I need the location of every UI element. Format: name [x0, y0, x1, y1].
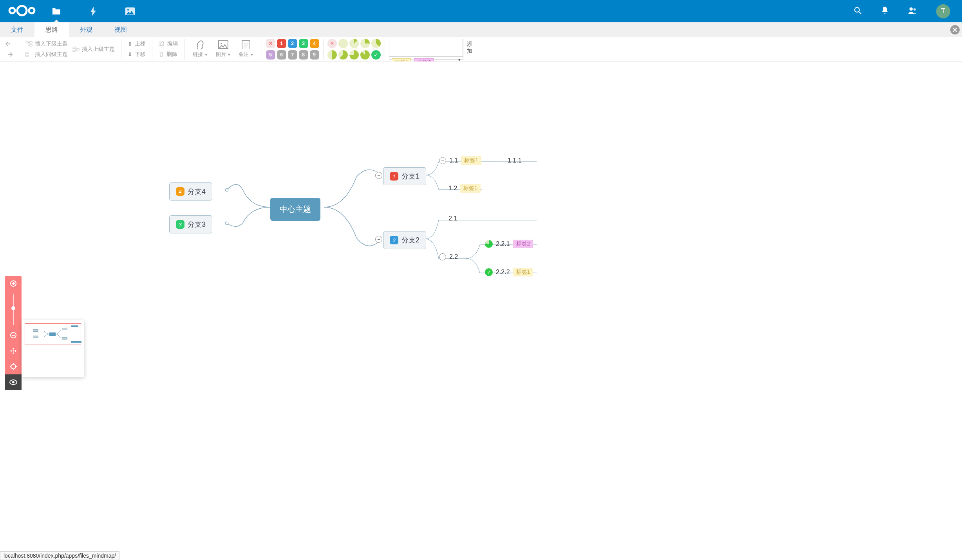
editor-tabs: 文件 思路 外观 视图 — [0, 22, 962, 37]
delete-button[interactable]: 删除 — [156, 50, 181, 59]
svg-point-1 — [9, 8, 15, 13]
priority-2-icon: 2 — [390, 236, 398, 244]
priority-4-button[interactable]: 4 — [310, 39, 319, 48]
priority-7-button[interactable]: 7 — [288, 50, 297, 60]
node-1-1[interactable]: − 1.1 标签1 — [439, 156, 481, 165]
insert-child-button[interactable]: 插入下级主题 — [23, 39, 70, 49]
insert-sibling-button[interactable]: 插入同级主题 — [23, 50, 70, 59]
progress-50-button[interactable] — [327, 50, 337, 60]
avatar[interactable]: T — [936, 4, 950, 18]
progress-62-button[interactable] — [338, 50, 348, 60]
search-icon[interactable] — [854, 7, 862, 16]
progress-25-button[interactable] — [360, 39, 370, 48]
node-2-2-2[interactable]: ✓ 2.2.2 标签1 — [485, 268, 533, 276]
progress-37-button[interactable] — [371, 39, 381, 48]
move-down-button[interactable]: ⬇下移 — [125, 50, 148, 59]
progress-100-icon: ✓ — [485, 268, 493, 276]
priority-3-icon: 3 — [176, 220, 184, 229]
zoom-out-button[interactable] — [5, 327, 22, 343]
svg-point-19 — [221, 43, 222, 44]
svg-rect-16 — [73, 50, 75, 52]
contacts-icon[interactable] — [908, 7, 917, 16]
zoom-in-button[interactable] — [5, 276, 22, 291]
progress-12-button[interactable] — [349, 39, 359, 48]
progress-clear-button[interactable]: ✕ — [327, 39, 337, 48]
node-branch1[interactable]: 1 分支1 — [383, 167, 426, 185]
node-1-1-1[interactable]: 1.1.1 — [508, 157, 522, 164]
priority-6-button[interactable]: 6 — [277, 50, 286, 60]
notifications-icon[interactable] — [881, 7, 888, 16]
svg-point-24 — [225, 188, 228, 191]
files-icon[interactable] — [52, 7, 61, 16]
move-up-button[interactable]: ⬆上移 — [125, 39, 148, 49]
priority-clear-button[interactable]: ✕ — [266, 39, 275, 48]
node-2-1[interactable]: 2.1 — [448, 215, 457, 222]
mindmap-canvas[interactable]: 中心主题 4 分支4 3 分支3 1 分支1 − 2 分支2 − − 1.1 标… — [0, 61, 962, 560]
ribbon-toolbar: 插入下级主题 插入同级主题 插入上级主题 ⬆上移 ⬇下移 编辑 删除 链接 ▼ … — [0, 37, 962, 61]
progress-0-button[interactable] — [338, 39, 348, 48]
progress-100-button[interactable]: ✓ — [371, 50, 381, 60]
svg-rect-11 — [30, 45, 32, 46]
insert-parent-button[interactable]: 插入上级主题 — [70, 45, 117, 54]
header-right: T — [854, 4, 958, 18]
priority-2-button[interactable]: 2 — [288, 39, 297, 48]
svg-line-6 — [859, 12, 861, 14]
minimap-viewport[interactable] — [25, 323, 81, 345]
chevron-down-icon: ▼ — [227, 53, 231, 57]
node-2-2[interactable]: − 2.2 — [439, 253, 458, 260]
priority-8-button[interactable]: 8 — [299, 50, 308, 60]
note-button[interactable]: 备注 ▼ — [235, 39, 258, 60]
priority-1-button[interactable]: 1 — [277, 39, 286, 48]
tag-label: 标签1 — [461, 156, 481, 165]
node-2-2-1[interactable]: 2.2.1 标签2 — [485, 240, 533, 248]
redo-button[interactable] — [3, 51, 15, 58]
priority-row-2: 5 6 7 8 9 — [266, 50, 319, 60]
link-button[interactable]: 链接 ▼ — [189, 39, 212, 60]
tag-input[interactable] — [389, 39, 463, 56]
note-icon — [241, 40, 251, 49]
priority-row-1: ✕ 1 2 3 4 — [266, 39, 319, 48]
svg-rect-10 — [30, 42, 32, 43]
collapse-toggle[interactable]: − — [375, 172, 382, 179]
tag-add-button[interactable]: 添加 — [463, 39, 476, 56]
progress-75-button[interactable] — [349, 50, 359, 60]
tab-mind[interactable]: 思路 — [34, 22, 69, 37]
svg-rect-15 — [73, 47, 75, 49]
image-button[interactable]: 图片 ▼ — [212, 39, 235, 60]
close-icon[interactable] — [950, 25, 960, 34]
tab-file[interactable]: 文件 — [0, 22, 34, 37]
collapse-toggle[interactable]: − — [375, 236, 382, 243]
zoom-slider[interactable] — [5, 291, 22, 327]
tag-label: 标签1 — [513, 268, 533, 276]
node-root[interactable]: 中心主题 — [270, 198, 320, 221]
priority-5-button[interactable]: 5 — [266, 50, 275, 60]
node-branch2[interactable]: 2 分支2 — [383, 231, 426, 249]
tag-panel: 添加 标签1 标签2 ▼ — [389, 39, 463, 60]
edit-button[interactable]: 编辑 — [156, 39, 181, 49]
node-1-2[interactable]: 1.2 标签1 — [448, 184, 481, 193]
locate-button[interactable] — [5, 359, 22, 374]
svg-point-7 — [910, 7, 913, 11]
header-nav — [52, 7, 135, 16]
move-button[interactable] — [5, 343, 22, 359]
undo-button[interactable] — [3, 40, 15, 48]
tag-label: 标签2 — [513, 240, 533, 248]
priority-3-button[interactable]: 3 — [299, 39, 308, 48]
image-icon — [218, 40, 228, 49]
progress-87-button[interactable] — [360, 50, 370, 60]
nextcloud-logo-icon[interactable] — [8, 4, 36, 19]
priority-9-button[interactable]: 9 — [310, 50, 319, 60]
minimap[interactable] — [22, 320, 84, 377]
svg-point-31 — [11, 364, 16, 369]
tag-label: 标签1 — [460, 184, 481, 193]
collapse-toggle[interactable]: − — [439, 157, 446, 164]
preview-toggle-button[interactable] — [5, 374, 22, 390]
chevron-down-icon: ▼ — [250, 53, 254, 57]
node-branch3[interactable]: 3 分支3 — [169, 215, 212, 233]
node-branch4[interactable]: 4 分支4 — [169, 182, 212, 201]
tab-appearance[interactable]: 外观 — [69, 22, 103, 37]
tab-view[interactable]: 视图 — [103, 22, 138, 37]
activity-icon[interactable] — [89, 7, 98, 16]
gallery-icon[interactable] — [125, 7, 135, 16]
collapse-toggle[interactable]: − — [439, 253, 446, 260]
